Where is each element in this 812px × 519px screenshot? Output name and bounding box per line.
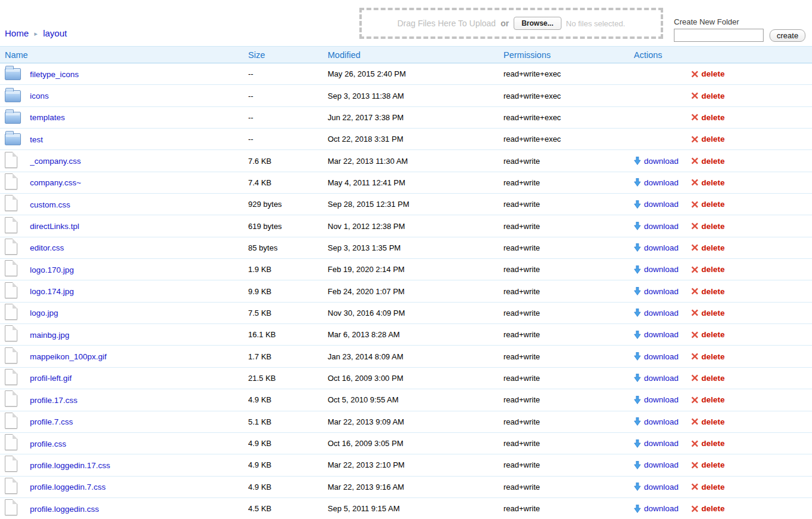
delete-link[interactable]: delete — [691, 395, 725, 404]
delete-link[interactable]: delete — [691, 265, 725, 274]
delete-link[interactable]: delete — [691, 200, 725, 209]
file-name-link[interactable]: profile.css — [30, 439, 66, 448]
download-link[interactable]: download — [634, 287, 691, 296]
download-link[interactable]: download — [634, 309, 691, 317]
delete-link[interactable]: delete — [691, 135, 725, 144]
file-icon — [5, 173, 17, 190]
download-link[interactable]: download — [634, 352, 691, 361]
delete-link[interactable]: delete — [691, 460, 725, 469]
file-size: 7.5 KB — [248, 309, 328, 317]
table-row: _company.css 7.6 KB Mar 22, 2013 11:30 A… — [0, 150, 812, 172]
file-name-link[interactable]: company.css~ — [30, 178, 81, 187]
file-size: 4.9 KB — [248, 439, 328, 448]
download-link[interactable]: download — [634, 265, 691, 274]
file-name-link[interactable]: directLinks.tpl — [30, 222, 80, 231]
create-folder-input[interactable] — [674, 29, 764, 42]
file-name-link[interactable]: profile.loggedin.css — [30, 505, 99, 514]
file-name-link[interactable]: editor.css — [30, 243, 64, 252]
file-permissions: read+write — [503, 504, 634, 513]
download-link[interactable]: download — [634, 504, 691, 513]
file-modified: Jan 23, 2014 8:09 AM — [328, 352, 503, 361]
column-header-modified[interactable]: Modified — [328, 50, 503, 60]
download-link[interactable]: download — [634, 157, 691, 166]
file-name-link[interactable]: logo.jpg — [30, 309, 58, 317]
download-link[interactable]: download — [634, 460, 691, 469]
column-header-actions[interactable]: Actions — [634, 50, 812, 60]
delete-link[interactable]: delete — [691, 417, 725, 426]
breadcrumb-current-link[interactable]: layout — [43, 28, 67, 38]
delete-icon — [691, 396, 698, 404]
file-name-link[interactable]: mainbg.jpg — [30, 331, 69, 340]
file-permissions: read+write — [503, 352, 634, 361]
download-label: download — [644, 200, 679, 209]
file-table: Name Size Modified Permissions Actions f… — [0, 46, 812, 519]
file-name-link[interactable]: profil-left.gif — [30, 374, 72, 383]
file-size: 85 bytes — [248, 243, 328, 252]
download-icon — [634, 178, 641, 187]
column-header-permissions[interactable]: Permissions — [503, 50, 634, 60]
delete-link[interactable]: delete — [691, 113, 725, 122]
file-modified: Oct 16, 2009 3:05 PM — [328, 439, 503, 448]
delete-link[interactable]: delete — [691, 91, 725, 100]
file-modified: Nov 30, 2016 4:09 PM — [328, 309, 503, 317]
delete-link[interactable]: delete — [691, 374, 725, 383]
download-link[interactable]: download — [634, 374, 691, 383]
download-link[interactable]: download — [634, 200, 691, 209]
create-folder-button[interactable]: create — [770, 29, 805, 42]
file-name-link[interactable]: logo.170.jpg — [30, 265, 74, 274]
delete-label: delete — [701, 483, 725, 491]
column-header-size[interactable]: Size — [248, 50, 328, 60]
download-link[interactable]: download — [634, 178, 691, 187]
file-name-link[interactable]: filetype_icons — [30, 70, 79, 79]
download-icon — [634, 265, 641, 274]
download-label: download — [644, 287, 679, 296]
delete-link[interactable]: delete — [691, 222, 725, 231]
breadcrumb-home-link[interactable]: Home — [5, 28, 29, 38]
download-label: download — [644, 265, 679, 274]
delete-icon — [691, 483, 698, 490]
file-size: 4.9 KB — [248, 395, 328, 404]
file-name-link[interactable]: profile.loggedin.17.css — [30, 461, 110, 470]
browse-button[interactable]: Browse... — [514, 17, 561, 30]
delete-link[interactable]: delete — [691, 352, 725, 361]
delete-label: delete — [701, 135, 725, 144]
file-name-link[interactable]: templates — [30, 113, 65, 122]
download-link[interactable]: download — [634, 417, 691, 426]
file-name-link[interactable]: custom.css — [30, 200, 71, 209]
file-upload-dropzone[interactable]: Drag Files Here To Upload or Browse... N… — [359, 8, 663, 39]
upload-or-text: or — [500, 19, 509, 28]
delete-link[interactable]: delete — [691, 157, 725, 166]
delete-link[interactable]: delete — [691, 69, 725, 78]
breadcrumb: Home ▸ layout — [5, 28, 67, 38]
file-modified: Sep 3, 2013 11:38 AM — [328, 91, 503, 100]
delete-link[interactable]: delete — [691, 287, 725, 296]
download-label: download — [644, 352, 679, 361]
delete-link[interactable]: delete — [691, 483, 725, 491]
file-modified: Mar 6, 2013 8:28 AM — [328, 330, 503, 339]
delete-link[interactable]: delete — [691, 178, 725, 187]
download-link[interactable]: download — [634, 439, 691, 448]
file-name-link[interactable]: mappeikon_100px.gif — [30, 352, 106, 361]
delete-link[interactable]: delete — [691, 439, 725, 448]
file-name-link[interactable]: profile.7.css — [30, 417, 73, 426]
file-name-link[interactable]: logo.174.jpg — [30, 287, 74, 296]
delete-icon — [691, 505, 698, 512]
file-name-link[interactable]: _company.css — [30, 157, 81, 166]
delete-label: delete — [701, 91, 725, 100]
file-name-link[interactable]: profile.loggedin.7.css — [30, 483, 106, 491]
file-name-link[interactable]: test — [30, 135, 43, 144]
delete-link[interactable]: delete — [691, 504, 725, 513]
column-header-name[interactable]: Name — [5, 50, 248, 60]
delete-link[interactable]: delete — [691, 330, 725, 339]
download-link[interactable]: download — [634, 330, 691, 339]
download-link[interactable]: download — [634, 222, 691, 231]
download-link[interactable]: download — [634, 395, 691, 404]
delete-link[interactable]: delete — [691, 243, 725, 252]
delete-link[interactable]: delete — [691, 309, 725, 317]
delete-label: delete — [701, 265, 725, 274]
file-name-link[interactable]: icons — [30, 91, 49, 100]
download-label: download — [644, 222, 679, 231]
file-name-link[interactable]: profile.17.css — [30, 396, 78, 405]
download-link[interactable]: download — [634, 483, 691, 491]
download-link[interactable]: download — [634, 243, 691, 252]
